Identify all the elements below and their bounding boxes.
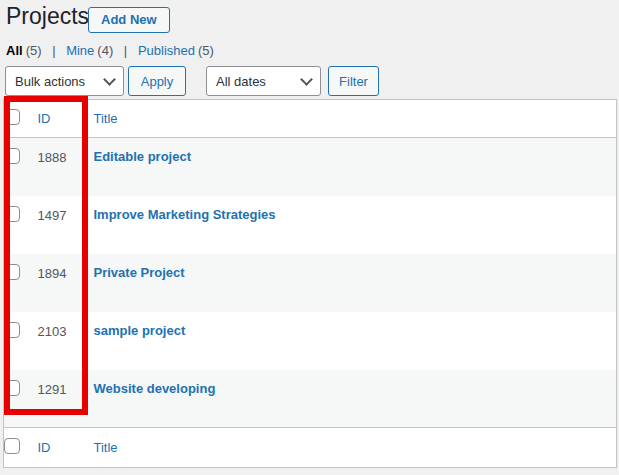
project-id: 1888	[38, 138, 94, 196]
project-title-link[interactable]: Website developing	[94, 381, 216, 396]
date-filter-selected-value: All dates	[216, 74, 266, 89]
select-all-checkbox[interactable]	[4, 438, 20, 454]
column-header-id[interactable]: ID	[38, 111, 51, 126]
chevron-down-icon	[103, 73, 116, 86]
view-filter-all-label: All	[6, 43, 23, 58]
page-title: Projects	[6, 1, 89, 31]
projects-table: ID Title 1888 Editable project 1497 Impr…	[3, 99, 617, 468]
view-filter-mine-count: (4)	[97, 43, 113, 58]
view-filter-all-count: (5)	[26, 43, 42, 58]
table-row: 1497 Improve Marketing Strategies	[4, 196, 617, 254]
bulk-actions-selected-value: Bulk actions	[15, 74, 85, 89]
project-id: 2103	[38, 312, 94, 370]
table-footer-row: ID Title	[4, 428, 617, 468]
row-checkbox[interactable]	[4, 264, 20, 280]
view-filter-mine[interactable]: Mine(4)	[66, 43, 117, 58]
view-filter-all[interactable]: All(5)	[6, 43, 45, 58]
column-footer-title[interactable]: Title	[94, 440, 118, 455]
separator: |	[124, 43, 127, 58]
project-id: 1291	[38, 370, 94, 428]
projects-admin-screen: Projects Add New All(5) | Mine(4) | Publ…	[0, 0, 619, 475]
view-filters: All(5) | Mine(4) | Published(5)	[6, 43, 214, 58]
project-id: 1497	[38, 196, 94, 254]
table-header-row: ID Title	[4, 100, 617, 138]
project-title-link[interactable]: sample project	[94, 323, 186, 338]
project-id: 1894	[38, 254, 94, 312]
view-filter-published-label: Published	[138, 43, 195, 58]
table-row: 2103 sample project	[4, 312, 617, 370]
view-filter-published[interactable]: Published(5)	[138, 43, 214, 58]
project-title-link[interactable]: Editable project	[94, 149, 192, 164]
apply-button[interactable]: Apply	[128, 66, 186, 96]
row-checkbox[interactable]	[4, 380, 20, 396]
project-title-link[interactable]: Improve Marketing Strategies	[94, 207, 276, 222]
row-checkbox[interactable]	[4, 322, 20, 338]
row-checkbox[interactable]	[4, 206, 20, 222]
view-filter-mine-label: Mine	[66, 43, 94, 58]
add-new-button[interactable]: Add New	[88, 7, 170, 33]
row-checkbox[interactable]	[4, 148, 20, 164]
table-row: 1894 Private Project	[4, 254, 617, 312]
chevron-down-icon	[300, 73, 313, 86]
filter-button[interactable]: Filter	[328, 66, 379, 96]
date-filter-select[interactable]: All dates	[206, 66, 321, 96]
view-filter-published-count: (5)	[198, 43, 214, 58]
select-all-checkbox[interactable]	[4, 109, 20, 125]
column-footer-id[interactable]: ID	[38, 440, 51, 455]
bulk-actions-select[interactable]: Bulk actions	[5, 66, 124, 96]
column-header-title[interactable]: Title	[94, 111, 118, 126]
separator: |	[52, 43, 55, 58]
table-row: 1291 Website developing	[4, 370, 617, 428]
project-title-link[interactable]: Private Project	[94, 265, 185, 280]
list-controls: Bulk actions Apply All dates Filter	[5, 66, 614, 96]
table-row: 1888 Editable project	[4, 138, 617, 196]
